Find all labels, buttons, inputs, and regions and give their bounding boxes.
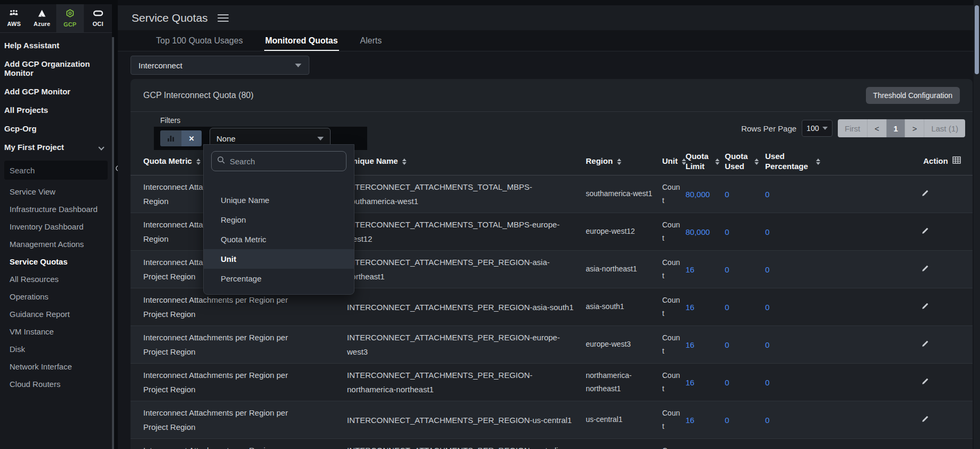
quota-limit-link[interactable]: 16 [686, 303, 695, 312]
service-select[interactable]: Interconnect [131, 56, 309, 75]
dropdown-option[interactable]: Unit [204, 249, 354, 269]
sidebar-submenu-item[interactable]: All Resources [0, 270, 112, 288]
used-percentage-link[interactable]: 0 [765, 378, 769, 387]
sidebar-submenu-item[interactable]: Disk [0, 340, 112, 358]
quota-limit-link[interactable]: 16 [686, 265, 695, 274]
page-scrollbar-thumb[interactable] [975, 5, 979, 74]
provider-tab-aws[interactable]: AWS [0, 4, 28, 32]
sidebar-menu-item[interactable]: Add GCP Organization Monitor [0, 55, 112, 82]
filter-dropdown-menu: Unique Name Region Quota Metric Unit Per… [203, 144, 354, 295]
col-unique-name[interactable]: Unique Name [340, 156, 578, 166]
col-quota-limit[interactable]: Quota Limit [684, 152, 722, 172]
hamburger-menu-icon[interactable] [218, 14, 229, 22]
dropdown-option[interactable]: Unique Name [204, 190, 354, 210]
quota-used-link[interactable]: 0 [725, 265, 729, 274]
panel-title: GCP Interconnect Quota (80) [143, 91, 254, 100]
pager-last-button[interactable]: Last (1) [924, 119, 965, 137]
edit-icon[interactable] [921, 375, 929, 390]
quota-used-link[interactable]: 0 [725, 227, 729, 236]
quota-used-link[interactable]: 0 [725, 416, 729, 425]
sidebar-submenu-item[interactable]: VM Instance [0, 323, 112, 340]
quota-limit-link[interactable]: 16 [686, 340, 695, 349]
provider-label: OCI [93, 21, 103, 27]
col-used-percentage[interactable]: Used Percentage [761, 152, 902, 172]
sidebar-submenu-item[interactable]: Infrastructure Dashboard [0, 200, 112, 218]
sidebar-menu-item[interactable]: All Projects [0, 101, 112, 119]
provider-tab-azure[interactable]: Azure [28, 4, 56, 32]
sidebar-submenu-item[interactable]: Network Interface [0, 358, 112, 375]
used-percentage-link[interactable]: 0 [765, 190, 769, 199]
edit-icon[interactable] [921, 338, 929, 352]
provider-tab-gcp[interactable]: GCP [56, 4, 84, 32]
cell-unique-name: INTERCONNECT_ATTACHMENTS_PER_REGION-us-c… [340, 409, 578, 432]
dropdown-options: Unique Name Region Quota Metric Unit Per… [204, 190, 354, 288]
dropdown-option[interactable]: Quota Metric [204, 230, 354, 249]
tab[interactable]: Alerts [360, 30, 382, 51]
cell-quota-used: 0 [722, 333, 761, 356]
tab[interactable]: Monitored Quotas [265, 30, 338, 51]
dropdown-option[interactable]: Region [204, 210, 354, 230]
quota-used-link[interactable]: 0 [725, 303, 729, 312]
page-header: Service Quotas [118, 5, 974, 30]
sidebar-menu-item[interactable]: Gcp-Org [0, 119, 112, 138]
sidebar-submenu-item[interactable]: Guidance Report [0, 305, 112, 323]
filter-chip: ✕ [160, 130, 202, 146]
remove-filter-icon[interactable]: ✕ [181, 130, 202, 146]
quota-limit-link[interactable]: 16 [686, 416, 695, 425]
tab[interactable]: Top 100 Quota Usages [156, 30, 243, 51]
edit-icon[interactable] [921, 413, 929, 427]
cell-unit: Count [658, 440, 684, 449]
dropdown-search-input[interactable] [230, 157, 341, 166]
pager-prev-button[interactable]: < [867, 119, 886, 137]
quota-used-link[interactable]: 0 [725, 378, 729, 387]
col-unit[interactable]: Unit [658, 156, 684, 166]
quota-limit-link[interactable]: 16 [686, 378, 695, 387]
sidebar-scrollbar[interactable] [112, 37, 114, 449]
chevron-down-icon [295, 64, 301, 67]
cell-quota-metric: Interconnect Attachments per Region per … [131, 326, 340, 363]
sidebar-submenu-item[interactable]: Cloud Routers [0, 375, 112, 393]
sidebar-search-input[interactable] [10, 166, 115, 175]
sidebar-menu-item[interactable]: Help Assistant [0, 36, 112, 55]
column-settings-icon[interactable] [952, 156, 961, 166]
quota-limit-link[interactable]: 80,000 [686, 227, 710, 236]
pager-next-button[interactable]: > [905, 119, 924, 137]
pager-current-page[interactable]: 1 [886, 119, 905, 137]
used-percentage-link[interactable]: 0 [765, 416, 769, 425]
sidebar-submenu-item[interactable]: Inventory Dashboard [0, 218, 112, 235]
sidebar-menu-item[interactable]: Add GCP Monitor [0, 82, 112, 101]
col-quota-used[interactable]: Quota Used [722, 152, 761, 172]
sidebar-submenu-item[interactable]: Management Actions [0, 235, 112, 253]
edit-icon[interactable] [921, 225, 929, 239]
pager-first-button[interactable]: First [838, 119, 867, 137]
sidebar-submenu-item[interactable]: Service Quotas [0, 253, 112, 270]
used-percentage-link[interactable]: 0 [765, 303, 769, 312]
cell-region: northamerica-northeast1 [578, 365, 658, 400]
used-percentage-link[interactable]: 0 [765, 227, 769, 236]
edit-icon[interactable] [921, 262, 929, 277]
cell-unit: Count [658, 402, 684, 437]
used-percentage-link[interactable]: 0 [765, 265, 769, 274]
provider-tab-oci[interactable]: OCI [84, 4, 112, 32]
col-region[interactable]: Region [578, 156, 658, 166]
cell-unique-name: INTERCONNECT_ATTACHMENTS_PER_REGION-aust… [340, 439, 578, 449]
used-percentage-link[interactable]: 0 [765, 340, 769, 349]
threshold-configuration-button[interactable]: Threshold Configuration [866, 87, 960, 104]
bar-chart-icon[interactable] [160, 130, 181, 146]
dropdown-option[interactable]: Percentage [204, 269, 354, 288]
sidebar-item-project[interactable]: My First Project [0, 138, 112, 156]
sidebar-submenu-item[interactable]: Operations [0, 288, 112, 305]
quota-used-link[interactable]: 0 [725, 340, 729, 349]
chevron-down-icon [822, 127, 828, 130]
rows-per-page-select[interactable]: 100 [802, 120, 832, 137]
edit-icon[interactable] [921, 187, 929, 201]
cell-quota-limit: 16 [684, 409, 722, 432]
quota-used-link[interactable]: 0 [725, 190, 729, 199]
sidebar-submenu-item[interactable]: Service View [0, 183, 112, 200]
sort-icon [754, 159, 759, 165]
sort-icon [196, 159, 201, 165]
quota-limit-link[interactable]: 80,000 [686, 190, 710, 199]
cell-quota-metric: Interconnect Attachments per Region per … [131, 439, 340, 449]
cell-unique-name: INTERCONNECT_ATTACHMENTS_TOTAL_MBPS-sout… [340, 175, 578, 213]
edit-icon[interactable] [921, 300, 929, 314]
